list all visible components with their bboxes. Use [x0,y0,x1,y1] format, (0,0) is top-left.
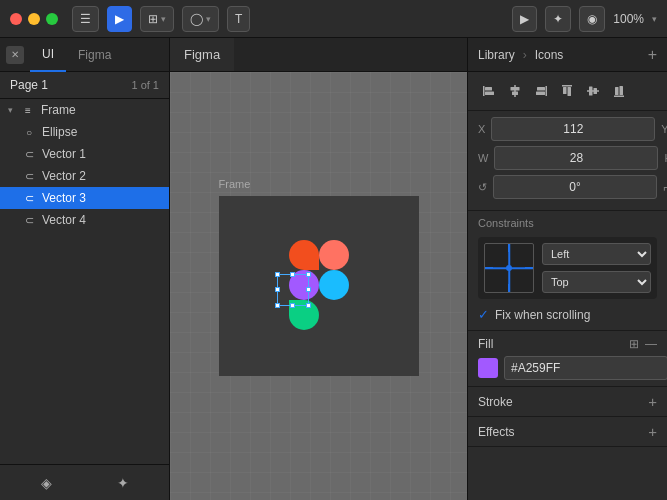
rotation-input[interactable] [493,175,657,199]
constraints-title: Constraints [468,211,667,233]
tab-ui[interactable]: UI [30,38,66,72]
vector4-layer-icon: ⊂ [22,213,36,227]
view-button[interactable]: ◉ [579,6,605,32]
svg-rect-12 [587,90,599,92]
rotation-row: ↺ ⌐ [478,175,657,199]
fill-grid-icon: ⊞ [629,337,639,351]
add-page-button[interactable]: + [648,47,657,63]
svg-rect-8 [536,92,545,96]
toolbar-right: ▶ ✦ ◉ 100% ▾ [512,6,657,32]
fill-row: 👁 + [478,356,657,380]
effects-add-button[interactable]: + [648,423,657,440]
figma-tab-label: Figma [184,47,220,62]
handle-bl [275,303,280,308]
panel-close-button[interactable]: ✕ [6,46,24,64]
position-section: X Y W H ↺ ⌐ [468,111,667,211]
corner-label: ⌐ [663,180,667,195]
align-row [468,72,667,111]
close-icon: ✕ [11,49,19,60]
fix-scroll-label[interactable]: Fix when scrolling [495,308,590,322]
assets-button[interactable]: ◈ [32,469,60,497]
align-left-icon [482,84,496,98]
share-icon: ✦ [553,12,563,26]
frame-container[interactable]: Frame [219,196,419,376]
rotation-label: ↺ [478,181,487,194]
titlebar: ☰ ▶ ⊞ ▾ ◯ ▾ T ▶ ✦ ◉ 100% ▾ [0,0,667,38]
left-panel: ✕ UI Figma Page 1 1 of 1 ▾ ≡ Frame ○ [0,38,170,500]
hex-input[interactable] [504,356,667,380]
maximize-window-button[interactable] [46,13,58,25]
checkmark-icon: ✓ [478,307,489,322]
align-right-button[interactable] [530,80,552,102]
figma-logo [289,240,349,332]
w-label: W [478,152,488,164]
stroke-add-button[interactable]: + [648,393,657,410]
cg-tick-bottom [508,284,510,292]
canvas-area[interactable]: Frame [170,72,467,500]
canvas-column: Figma Frame [170,38,467,500]
fig-shape-blue [319,270,349,300]
layer-item-vector1[interactable]: ⊂ Vector 1 [0,143,169,165]
layer-item-vector3[interactable]: ⊂ Vector 3 [0,187,169,209]
tab-figma[interactable]: Figma [66,38,123,72]
assets-icon: ◈ [41,475,52,491]
svg-rect-6 [546,86,548,96]
vector1-layer-icon: ⊂ [22,147,36,161]
page-name[interactable]: Page 1 [10,78,48,92]
align-top-button[interactable] [556,80,578,102]
layer-item-ellipse[interactable]: ○ Ellipse [0,121,169,143]
cg-tick-top [508,244,510,252]
svg-rect-14 [594,88,598,94]
figma-tab[interactable]: Figma [170,38,234,72]
svg-rect-10 [563,87,567,94]
xy-row: X Y [478,117,657,141]
menu-button[interactable]: ☰ [72,6,99,32]
vector3-layer-icon: ⊂ [22,191,36,205]
ellipse-layer-icon: ○ [22,125,36,139]
page-row: Page 1 1 of 1 [0,72,169,99]
menu-icon: ☰ [80,12,91,26]
fill-icons: ⊞ — [629,337,657,351]
canvas-header: Figma [170,38,467,72]
frame-tool-button[interactable]: ⊞ ▾ [140,6,174,32]
layer-item-vector4[interactable]: ⊂ Vector 4 [0,209,169,231]
align-center-h-button[interactable] [504,80,526,102]
constraint-h-select[interactable]: Left Right Center Scale Stretch [542,243,651,265]
effects-title: Effects [478,425,514,439]
frame-box[interactable] [219,196,419,376]
left-tab-bar: ✕ UI Figma [0,38,169,72]
stroke-section: Stroke + [468,387,667,417]
share-button[interactable]: ✦ [545,6,571,32]
text-tool-button[interactable]: T [227,6,250,32]
svg-rect-4 [511,87,520,91]
layer-item-vector2[interactable]: ⊂ Vector 2 [0,165,169,187]
constraint-dropdowns: Left Right Center Scale Stretch Top Bott… [542,243,651,293]
wh-row: W H [478,146,657,170]
shape-tool-button[interactable]: ◯ ▾ [182,6,219,32]
play-button[interactable]: ▶ [512,6,537,32]
w-input[interactable] [494,146,658,170]
color-swatch[interactable] [478,358,498,378]
x-input[interactable] [491,117,655,141]
breadcrumb-separator: › [523,48,527,62]
layer-name-ellipse: Ellipse [42,125,77,139]
minimize-window-button[interactable] [28,13,40,25]
layout-button[interactable]: ✦ [109,469,137,497]
vector2-layer-icon: ⊂ [22,169,36,183]
layout-icon: ✦ [117,475,129,491]
breadcrumb-library: Library [478,48,515,62]
layer-item-frame[interactable]: ▾ ≡ Frame [0,99,169,121]
constraint-v-select[interactable]: Top Bottom Center Scale Stretch [542,271,651,293]
fill-header: Fill ⊞ — [478,337,657,351]
align-left-button[interactable] [478,80,500,102]
align-bottom-button[interactable] [608,80,630,102]
x-label: X [478,123,485,135]
constraint-grid [484,243,534,293]
y-label: Y [661,123,667,135]
align-top-icon [560,84,574,98]
fill-minus-icon[interactable]: — [645,337,657,351]
zoom-label[interactable]: 100% [613,12,644,26]
align-middle-v-button[interactable] [582,80,604,102]
move-tool-button[interactable]: ▶ [107,6,132,32]
close-window-button[interactable] [10,13,22,25]
